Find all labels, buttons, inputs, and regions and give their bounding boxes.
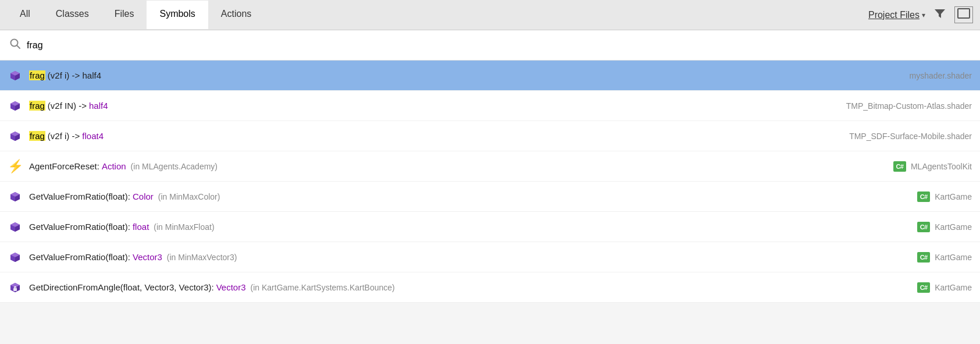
result-row[interactable]: frag(v2f IN) -> half4 TMP_Bitmap-Custom-…	[0, 91, 980, 121]
result-context: (in MinMaxFloat)	[154, 222, 214, 232]
source-name: KartGame	[935, 283, 972, 292]
symbol-icon	[8, 69, 22, 83]
result-source: TMP_Bitmap-Custom-Atlas.shader	[846, 101, 972, 111]
result-source: TMP_SDF-Surface-Mobile.shader	[849, 132, 972, 141]
symbol-icon	[8, 250, 22, 264]
result-type: half4	[89, 101, 108, 111]
tab-bar-right: Project Files ▾	[868, 6, 973, 23]
cs-badge: C#	[917, 282, 930, 293]
search-icon	[9, 38, 21, 52]
svg-rect-32	[13, 288, 17, 291]
search-input[interactable]	[27, 40, 971, 51]
symbol-icon	[8, 190, 22, 204]
result-type: Action	[102, 161, 126, 171]
symbol-icon	[8, 129, 22, 143]
result-type: float4	[82, 131, 104, 141]
result-context: (in MinMaxVector3)	[167, 253, 237, 262]
result-source: C# KartGame	[917, 252, 972, 263]
source-name: MLAgentsToolKit	[911, 162, 972, 171]
result-source: myshader.shader	[910, 71, 972, 80]
tab-symbols[interactable]: Symbols	[147, 1, 208, 29]
filter-icon[interactable]	[933, 7, 946, 23]
result-source: C# KartGame	[917, 282, 972, 293]
result-text: (v2f i) ->	[48, 131, 80, 141]
result-label: GetValueFromRatio(float):float (in MinMa…	[29, 222, 917, 232]
project-files-label: Project Files	[868, 10, 920, 20]
result-text: GetValueFromRatio(float):	[29, 222, 130, 232]
results-list: frag(v2f i) -> half4 myshader.shader fra…	[0, 61, 980, 303]
result-row[interactable]: frag(v2f i) -> float4 TMP_SDF-Surface-Mo…	[0, 121, 980, 151]
result-row[interactable]: GetValueFromRatio(float):Color (in MinMa…	[0, 182, 980, 212]
result-label: AgentForceReset:Action (in MLAgents.Acad…	[29, 161, 893, 171]
svg-marker-0	[935, 9, 945, 18]
svg-rect-1	[958, 9, 970, 18]
result-source: C# KartGame	[917, 222, 972, 232]
cs-badge: C#	[917, 191, 930, 202]
source-name: KartGame	[935, 192, 972, 201]
cs-badge: C#	[917, 252, 930, 263]
chevron-down-icon: ▾	[922, 11, 925, 19]
result-row[interactable]: GetValueFromRatio(float):float (in MinMa…	[0, 212, 980, 242]
cs-badge: C#	[917, 222, 930, 232]
symbol-locked-icon	[8, 281, 22, 295]
action-icon: ⚡	[8, 159, 22, 173]
symbol-icon	[8, 99, 22, 113]
tab-actions[interactable]: Actions	[208, 1, 264, 29]
result-type: Color	[133, 191, 154, 201]
tab-bar: All Classes Files Symbols Actions Projec…	[0, 0, 980, 30]
result-row[interactable]: ⚡ AgentForceReset:Action (in MLAgents.Ac…	[0, 151, 980, 182]
result-text: GetValueFromRatio(float):	[29, 252, 130, 262]
tab-classes[interactable]: Classes	[43, 1, 102, 29]
project-files-button[interactable]: Project Files ▾	[868, 10, 925, 20]
result-highlight: frag	[29, 70, 45, 80]
search-bar	[0, 30, 980, 61]
result-label: frag(v2f i) -> half4	[29, 70, 910, 80]
symbol-icon	[8, 220, 22, 234]
result-highlight: frag	[29, 101, 45, 111]
source-name: TMP_Bitmap-Custom-Atlas.shader	[846, 101, 972, 111]
preview-icon[interactable]	[954, 6, 973, 23]
result-source: C# MLAgentsToolKit	[893, 161, 972, 172]
result-context: (in MLAgents.Academy)	[131, 162, 218, 171]
result-type: Vector3	[133, 252, 162, 262]
source-name: myshader.shader	[910, 71, 972, 80]
result-context: (in KartGame.KartSystems.KartBounce)	[251, 283, 395, 292]
result-text: AgentForceReset:	[29, 161, 99, 171]
tab-all[interactable]: All	[7, 1, 43, 29]
result-row[interactable]: GetValueFromRatio(float):Vector3 (in Min…	[0, 242, 980, 272]
source-name: KartGame	[935, 222, 972, 232]
result-text: GetDirectionFromAngle(float, Vector3, Ve…	[29, 282, 214, 292]
result-label: GetValueFromRatio(float):Vector3 (in Min…	[29, 252, 917, 262]
result-source: C# KartGame	[917, 191, 972, 202]
result-label: frag(v2f i) -> float4	[29, 131, 849, 141]
result-type: Vector3	[216, 282, 246, 292]
cs-badge: C#	[893, 161, 906, 172]
tab-files[interactable]: Files	[102, 1, 147, 29]
result-label: GetDirectionFromAngle(float, Vector3, Ve…	[29, 282, 917, 292]
result-highlight: frag	[29, 131, 45, 141]
svg-line-3	[17, 45, 20, 48]
result-label: GetValueFromRatio(float):Color (in MinMa…	[29, 191, 917, 201]
result-type: float	[133, 222, 149, 232]
source-name: KartGame	[935, 253, 972, 262]
result-text: (v2f IN) ->	[48, 101, 87, 111]
result-context: (in MinMaxColor)	[158, 192, 220, 201]
tab-bar-left: All Classes Files Symbols Actions	[7, 1, 868, 29]
source-name: TMP_SDF-Surface-Mobile.shader	[849, 132, 972, 141]
result-text: (v2f i) -> half4	[48, 70, 101, 80]
result-text: GetValueFromRatio(float):	[29, 191, 130, 201]
result-label: frag(v2f IN) -> half4	[29, 101, 846, 111]
result-row[interactable]: frag(v2f i) -> half4 myshader.shader	[0, 61, 980, 91]
result-row[interactable]: GetDirectionFromAngle(float, Vector3, Ve…	[0, 272, 980, 303]
